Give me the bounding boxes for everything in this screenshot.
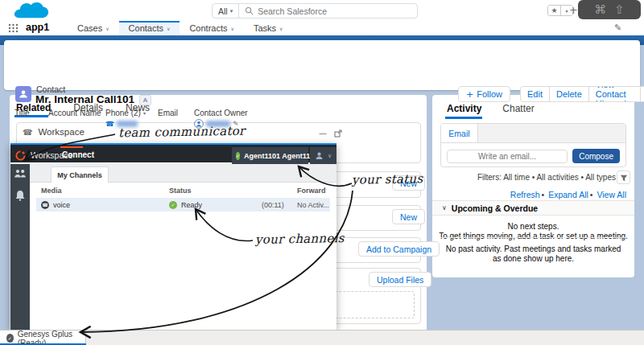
app-navbar: app1 Cases∨ Contacts∨ Contracts∨ Tasks∨ …: [0, 21, 644, 35]
delete-button[interactable]: Delete: [550, 87, 589, 101]
tab-chatter[interactable]: Chatter: [502, 103, 534, 114]
collapse-chevron-icon: ∨: [442, 204, 447, 212]
upcoming-overdue-section[interactable]: ∨ Upcoming & Overdue: [432, 200, 634, 216]
channels-table-header: Media Status Forward: [36, 183, 330, 198]
global-header: All ▾ ★ ▾ + ⌘ ⇧: [0, 0, 644, 21]
record-header-card: Contact Mr. Internal Call101 A + Follow …: [4, 40, 640, 90]
salesforce-logo-icon: [13, 2, 50, 20]
active-menu-bar: [60, 146, 83, 148]
workspace-panel-title: ☎ Workspace: [23, 127, 85, 137]
chevron-down-icon[interactable]: ∨: [279, 26, 283, 31]
voice-media-icon: ☎: [41, 201, 49, 209]
team-communicator-icon[interactable]: [14, 168, 27, 179]
expand-all-link[interactable]: Expand All: [548, 190, 588, 199]
record-name: Mr. Internal Call101: [35, 93, 134, 105]
search-scope-dropdown[interactable]: All ▾: [213, 4, 239, 18]
follow-button[interactable]: + Follow: [458, 86, 510, 102]
email-composer: Email Compose: [440, 123, 626, 167]
edit-nav-pencil-icon[interactable]: ✎: [614, 23, 621, 33]
email-input[interactable]: [447, 150, 568, 163]
col-forward: Forward: [294, 187, 330, 195]
ready-check-icon: ✓: [169, 201, 177, 209]
activity-tabs: Activity Chatter: [447, 103, 535, 114]
genesys-tabstrip: My Channels: [30, 164, 336, 183]
utility-bar: ✓ Genesys Gplus (Ready): [0, 330, 644, 345]
compose-button[interactable]: Compose: [572, 149, 620, 163]
app-launcher-icon[interactable]: [8, 23, 19, 33]
channels-table: Media Status Forward ☎ voice ✓ Ready (00…: [36, 183, 330, 212]
chevron-down-icon: ▾: [230, 8, 233, 14]
workspace-panel-controls: —: [319, 129, 342, 138]
nav-tab-tasks[interactable]: Tasks∨: [244, 21, 293, 35]
plus-icon: +: [466, 89, 473, 100]
notifications-bell-icon[interactable]: [15, 190, 25, 201]
activity-links: Refresh• Expand All• View All: [440, 190, 626, 199]
nav-tabs: Cases∨ Contacts∨ Contracts∨ Tasks∨: [68, 21, 292, 35]
genesys-titlebar: Workspace Connect ✓ Agent1101 Agent1101 …: [10, 143, 336, 162]
chevron-down-icon[interactable]: ∨: [105, 26, 109, 31]
tab-activity[interactable]: Activity: [447, 103, 481, 114]
email-tab[interactable]: Email: [441, 124, 478, 142]
annotation-your-status: your status: [352, 171, 423, 187]
chevron-down-icon[interactable]: ∨: [167, 26, 170, 31]
field-title: Title: [14, 109, 48, 128]
annotation-your-channels: your channels: [255, 231, 345, 247]
funnel-icon: [620, 174, 628, 182]
nav-tab-contacts[interactable]: Contacts∨: [119, 21, 180, 35]
nav-tab-contracts[interactable]: Contracts∨: [180, 21, 243, 35]
more-actions-dropdown[interactable]: ▾: [641, 87, 644, 101]
global-search[interactable]: All ▾: [212, 3, 418, 18]
genesys-logo-icon: [15, 150, 26, 161]
status-value: Ready: [181, 201, 202, 209]
status-timer: (00:11): [262, 201, 294, 209]
keystroke-overlay: ⌘ ⇧: [578, 0, 641, 19]
view-all-link[interactable]: View All: [597, 190, 626, 199]
genesys-sidebar: ?: [10, 164, 30, 330]
no-next-steps-text: No next steps. To get things moving, add…: [432, 222, 634, 241]
minimize-icon[interactable]: —: [319, 129, 327, 138]
annotation-team-communicator: team communicator: [118, 124, 246, 141]
active-tab-underline: [445, 117, 482, 119]
contact-entity-icon: [15, 86, 31, 102]
add-to-campaign-button[interactable]: Add to Campaign: [358, 241, 440, 257]
phone-icon: ☎: [23, 128, 32, 137]
record-action-group: Edit Delete View Contact Hierarchy ▾: [520, 86, 644, 102]
filter-button[interactable]: [617, 170, 630, 184]
star-icon[interactable]: ★: [548, 6, 560, 15]
field-account-name: Account Name: [48, 109, 105, 128]
agent-status-dropdown[interactable]: ✓ Agent1101 Agent1101 ∨: [232, 147, 308, 164]
filters-summary: Filters: All time • All activities • All…: [440, 173, 616, 182]
app-name: app1: [26, 22, 49, 33]
phone-dropdown-icon[interactable]: ▾: [143, 110, 146, 116]
col-media: Media: [36, 187, 169, 195]
refresh-link[interactable]: Refresh: [510, 190, 540, 199]
search-scope-label: All: [218, 6, 228, 16]
chevron-down-icon: ∨: [328, 153, 332, 159]
nav-tab-cases[interactable]: Cases∨: [68, 21, 119, 35]
edit-button[interactable]: Edit: [521, 87, 550, 101]
view-hierarchy-button[interactable]: View Contact Hierarchy: [589, 87, 641, 101]
ready-status-icon: ✓: [236, 152, 240, 160]
genesys-gplus-utility-tab[interactable]: ✓ Genesys Gplus (Ready): [0, 331, 86, 345]
shift-key-icon: ⇧: [614, 2, 625, 17]
channel-row-voice[interactable]: ☎ voice ✓ Ready (00:11) No Activ...: [36, 198, 330, 212]
chevron-down-icon[interactable]: ∨: [231, 26, 234, 31]
record-badge: A: [139, 95, 151, 105]
forward-value: No Activ...: [294, 201, 330, 209]
activity-card: Activity Chatter Email Compose Filters: …: [432, 95, 634, 277]
connect-menu[interactable]: Connect: [62, 150, 94, 159]
upload-files-button[interactable]: Upload Files: [369, 272, 431, 287]
my-channels-tab[interactable]: My Channels: [51, 166, 109, 183]
quick-create-icon[interactable]: +: [569, 4, 578, 16]
salesforce-screen: All ▾ ★ ▾ + ⌘ ⇧ app1 Cases∨ Contacts∨ Co…: [0, 0, 644, 345]
search-input[interactable]: [258, 6, 417, 16]
person-icon: [315, 151, 324, 160]
phone-icon: ☎: [105, 120, 114, 128]
no-past-activity-text: No past activity. Past meetings and task…: [432, 244, 634, 264]
agent-menu[interactable]: ∨: [310, 147, 336, 164]
search-icon: [245, 6, 254, 15]
media-value: voice: [53, 201, 70, 209]
ready-check-icon: ✓: [6, 334, 14, 343]
new-button[interactable]: New: [392, 209, 425, 224]
popout-icon[interactable]: [334, 129, 342, 138]
